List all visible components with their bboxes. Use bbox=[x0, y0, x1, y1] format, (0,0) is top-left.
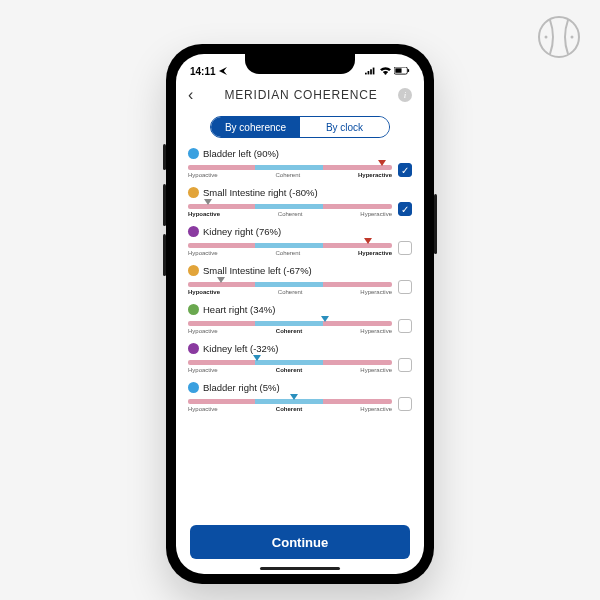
select-checkbox[interactable] bbox=[398, 358, 412, 372]
gauge-marker-icon bbox=[253, 355, 261, 361]
gauge-marker-icon bbox=[290, 394, 298, 400]
status-time: 14:11 bbox=[190, 66, 216, 77]
gauge-labels: Hypoactive Coherent Hyperactive bbox=[188, 250, 392, 256]
meridian-row: Bladder left (90%) Hypoactive Coherent H… bbox=[188, 148, 412, 178]
brand-logo-icon bbox=[536, 14, 582, 60]
select-checkbox[interactable] bbox=[398, 241, 412, 255]
select-checkbox[interactable] bbox=[398, 319, 412, 333]
gauge-labels: Hypoactive Coherent Hyperactive bbox=[188, 406, 392, 412]
coherence-gauge bbox=[188, 165, 392, 170]
meridian-name: Kidney right (76%) bbox=[203, 226, 281, 237]
tab-by-clock[interactable]: By clock bbox=[300, 117, 389, 137]
select-checkbox[interactable]: ✓ bbox=[398, 163, 412, 177]
meridian-row: Small Intestine right (-80%) Hypoactive … bbox=[188, 187, 412, 217]
tab-by-coherence[interactable]: By coherence bbox=[211, 117, 300, 137]
svg-rect-3 bbox=[365, 72, 367, 74]
meridian-name: Bladder right (5%) bbox=[203, 382, 280, 393]
organ-icon bbox=[188, 265, 199, 276]
svg-rect-6 bbox=[373, 67, 375, 74]
gauge-labels: Hypoactive Coherent Hyperactive bbox=[188, 289, 392, 295]
info-button[interactable]: i bbox=[398, 88, 412, 102]
meridian-row: Heart right (34%) Hypoactive Coherent Hy… bbox=[188, 304, 412, 334]
svg-point-7 bbox=[385, 72, 387, 74]
meridian-list: Bladder left (90%) Hypoactive Coherent H… bbox=[176, 148, 424, 519]
view-toggle: By coherence By clock bbox=[210, 116, 390, 138]
home-indicator[interactable] bbox=[260, 567, 340, 570]
meridian-name: Heart right (34%) bbox=[203, 304, 275, 315]
organ-icon bbox=[188, 187, 199, 198]
battery-icon bbox=[394, 66, 410, 77]
wifi-icon bbox=[380, 66, 391, 77]
meridian-row: Small Intestine left (-67%) Hypoactive C… bbox=[188, 265, 412, 295]
coherence-gauge bbox=[188, 321, 392, 326]
phone-frame: 14:11 ‹ MERIDIAN COHERENCE i bbox=[166, 44, 434, 584]
coherence-gauge bbox=[188, 360, 392, 365]
organ-icon bbox=[188, 226, 199, 237]
meridian-name: Bladder left (90%) bbox=[203, 148, 279, 159]
svg-rect-9 bbox=[395, 68, 401, 72]
svg-rect-4 bbox=[368, 71, 370, 74]
gauge-labels: Hypoactive Coherent Hyperactive bbox=[188, 367, 392, 373]
meridian-row: Kidney left (-32%) Hypoactive Coherent H… bbox=[188, 343, 412, 373]
gauge-marker-icon bbox=[378, 160, 386, 166]
coherence-gauge bbox=[188, 282, 392, 287]
meridian-name: Kidney left (-32%) bbox=[203, 343, 279, 354]
gauge-labels: Hypoactive Coherent Hyperactive bbox=[188, 211, 392, 217]
svg-rect-10 bbox=[408, 69, 409, 72]
gauge-marker-icon bbox=[217, 277, 225, 283]
coherence-gauge bbox=[188, 204, 392, 209]
svg-point-2 bbox=[571, 36, 574, 39]
organ-icon bbox=[188, 304, 199, 315]
select-checkbox[interactable] bbox=[398, 280, 412, 294]
gauge-marker-icon bbox=[204, 199, 212, 205]
signal-icon bbox=[365, 66, 377, 77]
select-checkbox[interactable]: ✓ bbox=[398, 202, 412, 216]
gauge-labels: Hypoactive Coherent Hyperactive bbox=[188, 172, 392, 178]
meridian-name: Small Intestine right (-80%) bbox=[203, 187, 318, 198]
gauge-marker-icon bbox=[364, 238, 372, 244]
back-button[interactable]: ‹ bbox=[188, 86, 204, 104]
meridian-row: Bladder right (5%) Hypoactive Coherent H… bbox=[188, 382, 412, 412]
coherence-gauge bbox=[188, 399, 392, 404]
organ-icon bbox=[188, 343, 199, 354]
organ-icon bbox=[188, 148, 199, 159]
organ-icon bbox=[188, 382, 199, 393]
gauge-marker-icon bbox=[321, 316, 329, 322]
svg-point-1 bbox=[545, 36, 548, 39]
svg-rect-5 bbox=[370, 69, 372, 74]
notch bbox=[245, 54, 355, 74]
location-icon bbox=[219, 66, 227, 77]
continue-button[interactable]: Continue bbox=[190, 525, 410, 559]
meridian-name: Small Intestine left (-67%) bbox=[203, 265, 312, 276]
meridian-row: Kidney right (76%) Hypoactive Coherent H… bbox=[188, 226, 412, 256]
select-checkbox[interactable] bbox=[398, 397, 412, 411]
page-title: MERIDIAN COHERENCE bbox=[224, 88, 377, 102]
nav-bar: ‹ MERIDIAN COHERENCE i bbox=[176, 82, 424, 110]
gauge-labels: Hypoactive Coherent Hyperactive bbox=[188, 328, 392, 334]
coherence-gauge bbox=[188, 243, 392, 248]
